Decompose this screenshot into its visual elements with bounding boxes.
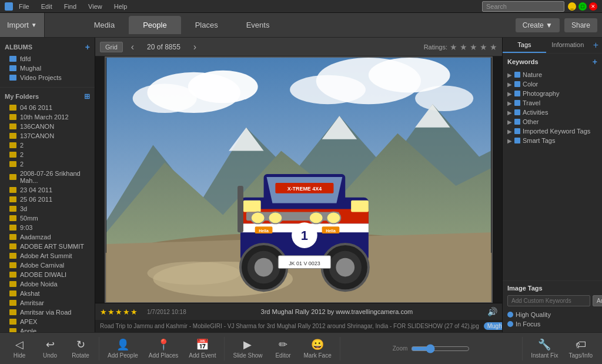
tool-mark-face[interactable]: 😀 Mark Face [299,336,336,361]
photo-star-3[interactable]: ★ [115,308,122,316]
photo-info-bar: ★ ★ ★ ★ ★ 1/7/2012 10:18 3rd Mughal Rall… [95,303,502,320]
sidebar-item-folder-5[interactable]: 2 [0,150,95,159]
tool-tags-info[interactable]: 🏷 Tags/Info [564,336,597,361]
sidebar-item-video-projects[interactable]: Video Projects [0,73,95,82]
prev-photo-button[interactable]: ‹ [128,42,138,52]
star-1[interactable]: ★ [450,42,457,52]
sidebar-item-folder-9[interactable]: 25 06 2011 [0,195,95,204]
sidebar-item-folder-3[interactable]: 137CANON [0,131,95,141]
sidebar-item-fdfd[interactable]: fdfd [0,54,95,64]
star-5[interactable]: ★ [490,42,497,52]
sidebar-item-folder-0[interactable]: 04 06 2011 [0,103,95,112]
photo-star-4[interactable]: ★ [123,308,130,316]
tool-rotate[interactable]: ↻ Rotate [66,336,95,361]
add-people-icon: 👤 [116,338,129,351]
tool-slideshow[interactable]: ▶ Slide Show [228,336,267,361]
tab-places[interactable]: Places [181,16,232,34]
sidebar-item-folder-13[interactable]: Aadamzad [0,232,95,242]
sidebar-item-folder-14[interactable]: ADOBE ART SUMMIT [0,242,95,251]
keyword-icon [514,81,520,87]
tool-instant-fix[interactable]: 🔧 Instant Fix [526,336,563,361]
star-4[interactable]: ★ [480,42,487,52]
maximize-button[interactable]: □ [578,2,587,11]
sidebar-item-folder-18[interactable]: Adobe Noida [0,279,95,289]
sidebar-item-folder-1[interactable]: 10th March 2012 [0,112,95,122]
tool-undo[interactable]: ↩ Undo [35,336,65,361]
sidebar-item-folder-23[interactable]: Apple [0,326,95,332]
create-button[interactable]: Create ▼ [516,18,560,32]
sidebar-item-folder-6[interactable]: 2 [0,159,95,169]
sidebar-item-folder-7[interactable]: 2008-07-26 Srikhand Mah... [0,169,95,185]
close-button[interactable]: ✕ [589,2,597,11]
tab-people[interactable]: People [129,16,180,34]
zoom-slider[interactable] [411,344,470,353]
tool-editor[interactable]: ✏ Editor [269,336,298,361]
keyword-activities[interactable]: ▶ Activities [503,108,602,117]
sidebar-item-folder-10[interactable]: 3d [0,204,95,213]
sidebar-item-folder-17[interactable]: ADOBE DIWALI [0,270,95,279]
svg-text:JK 01 V 0023: JK 01 V 0023 [289,260,320,266]
photo-stars: ★ ★ ★ ★ ★ [100,308,138,316]
star-3[interactable]: ★ [470,42,477,52]
keyword-smart-tags[interactable]: ▶ Smart Tags [503,136,602,145]
photo-star-1[interactable]: ★ [100,308,107,316]
tab-information[interactable]: Information [546,38,590,53]
photo-container[interactable]: 1 X-TREME 4X4 Hella Hella [95,56,502,303]
photo-star-2[interactable]: ★ [108,308,115,316]
photo-star-5[interactable]: ★ [131,308,138,316]
sidebar-item-folder-16[interactable]: Adobe Carnival [0,261,95,270]
svg-point-28 [309,212,323,223]
top-nav: Import ▼ Media People Places Events Crea… [0,13,602,38]
tool-add-people[interactable]: 👤 Add People [103,336,143,361]
add-album-icon[interactable]: + [85,42,90,52]
tab-tags[interactable]: Tags [503,38,546,53]
add-panel-icon[interactable]: + [590,38,602,53]
keyword-nature[interactable]: ▶ Nature [503,70,602,79]
search-input[interactable]: Search [482,1,564,12]
keyword-icon [514,119,520,125]
sidebar-item-folder-12[interactable]: 9:03 [0,223,95,232]
keyword-photography[interactable]: ▶ Photography [503,89,602,98]
minimize-button[interactable]: _ [568,2,576,11]
sidebar-item-folder-15[interactable]: Adobe Art Summit [0,251,95,261]
mark-face-icon: 😀 [311,338,324,351]
caption-tag-mughal[interactable]: Mughal [484,322,502,330]
menu-help[interactable]: Help [112,2,130,11]
import-button[interactable]: Import ▼ [0,13,45,37]
sidebar-item-folder-19[interactable]: Akshat [0,289,95,298]
tool-add-event[interactable]: 📅 Add Event [184,336,220,361]
sidebar-item-folder-8[interactable]: 23 04 2011 [0,185,95,195]
keyword-imported[interactable]: ▶ Imported Keyword Tags [503,126,602,136]
tags-info-icon: 🏷 [576,339,586,351]
sidebar-item-folder-22[interactable]: APEX [0,317,95,326]
sidebar-item-folder-21[interactable]: Amritsar via Road [0,308,95,317]
window-controls: _ □ ✕ [568,2,597,11]
menu-edit[interactable]: Edit [39,2,55,11]
add-folder-icon[interactable]: ⊞ [84,92,90,101]
menu-find[interactable]: Find [62,2,79,11]
tab-events[interactable]: Events [232,16,284,34]
sidebar-item-folder-2[interactable]: 136CANON [0,122,95,131]
keyword-travel[interactable]: ▶ Travel [503,98,602,108]
keyword-other[interactable]: ▶ Other [503,117,602,126]
sidebar-item-folder-11[interactable]: 50mm [0,213,95,223]
share-button[interactable]: Share [564,18,597,32]
tool-add-places[interactable]: 📍 Add Places [144,336,183,361]
add-tag-button[interactable]: Add [593,295,602,306]
sidebar-item-folder-4[interactable]: 2 [0,141,95,150]
keyword-color[interactable]: ▶ Color [503,79,602,89]
folders-list: 04 06 2011 10th March 2012 136CANON 137C… [0,103,95,332]
tool-hide[interactable]: ◁ Hide [5,336,34,361]
menu-file[interactable]: File [16,2,32,11]
grid-view-button[interactable]: Grid [100,42,123,52]
sidebar-item-mughal[interactable]: Mughal [0,64,95,73]
add-keyword-icon[interactable]: + [593,57,597,66]
custom-keyword-input[interactable] [507,295,590,306]
sidebar-item-folder-20[interactable]: Amritsar [0,298,95,308]
menu-view[interactable]: View [86,2,105,11]
volume-icon[interactable]: 🔊 [487,307,497,316]
add-event-icon: 📅 [196,338,209,351]
star-2[interactable]: ★ [460,42,467,52]
next-photo-button[interactable]: › [190,42,200,52]
tab-media[interactable]: Media [80,16,129,34]
